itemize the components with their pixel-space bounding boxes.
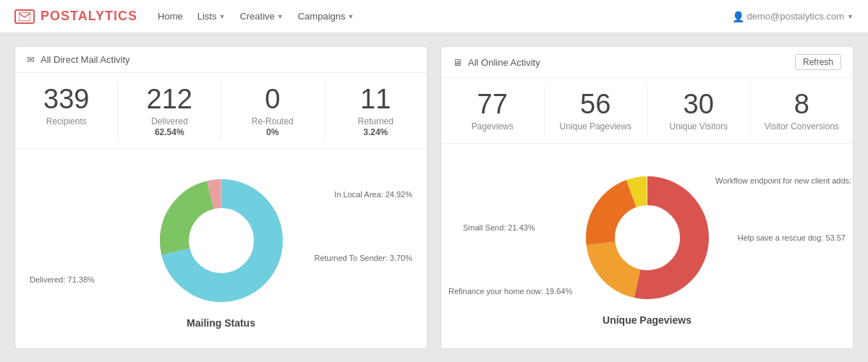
direct-mail-chart-area: Delivered: 71.38% In Local Area: 24.92% … <box>15 150 427 348</box>
stat-rerouted: 0 Re-Routed 0% <box>221 80 325 142</box>
unique-pageviews-donut <box>575 165 720 310</box>
nav-creative[interactable]: Creative ▼ <box>234 8 289 25</box>
mail-icon <box>19 12 30 21</box>
refresh-button[interactable]: Refresh <box>795 54 841 70</box>
direct-mail-panel: ✉ All Direct Mail Activity 339 Recipient… <box>14 46 427 349</box>
header-left: POSTALYTICS Home Lists ▼ Creative ▼ Camp… <box>14 8 359 25</box>
unique-pageviews-title: Unique Pageviews <box>603 314 692 326</box>
stat-visitor-conversions-number: 8 <box>757 90 848 120</box>
stat-pageviews-label: Pageviews <box>447 121 538 132</box>
user-email: demo@postalytics.com <box>747 11 845 22</box>
label-workflow: Workflow endpoint for new client adds: 5… <box>715 176 831 185</box>
online-activity-header: 🖥 All Online Activity Refresh <box>441 47 853 78</box>
stat-returned: 11 Returned 3.24% <box>325 80 427 142</box>
campaigns-arrow: ▼ <box>347 13 354 20</box>
monitor-icon: 🖥 <box>453 57 462 68</box>
stat-unique-pageviews-label: Unique Pageviews <box>550 121 642 132</box>
user-arrow: ▼ <box>847 13 854 20</box>
label-returned-sender: Returned To Sender: 3.70% <box>314 254 412 262</box>
logo-area: POSTALYTICS <box>14 9 137 24</box>
stat-rerouted-sub: 0% <box>227 127 318 137</box>
nav-campaigns[interactable]: Campaigns ▼ <box>292 8 360 25</box>
main-content: ✉ All Direct Mail Activity 339 Recipient… <box>0 33 868 362</box>
svg-point-11 <box>616 206 679 270</box>
label-help-rescue: Help save a rescue dog: 53.57 <box>738 233 846 242</box>
stat-rerouted-label: Re-Routed <box>227 116 318 126</box>
nav-lists[interactable]: Lists ▼ <box>192 8 231 25</box>
mailing-status-svg <box>149 168 294 313</box>
label-small-send: Small Send: 21.43% <box>463 223 535 232</box>
online-activity-header-left: 🖥 All Online Activity <box>453 57 540 68</box>
stat-recipients-number: 339 <box>21 85 112 115</box>
stat-unique-pageviews-number: 56 <box>550 90 642 120</box>
logo-accent: YTICS <box>95 9 137 23</box>
direct-mail-header-left: ✉ All Direct Mail Activity <box>27 54 130 65</box>
user-icon: 👤 <box>732 11 744 22</box>
user-menu[interactable]: 👤 demo@postalytics.com ▼ <box>732 11 854 22</box>
svg-point-5 <box>190 209 253 272</box>
label-refinance: Refinance your home now: 19.64% <box>448 287 572 296</box>
unique-pageviews-svg <box>575 165 720 310</box>
creative-arrow: ▼ <box>277 13 284 20</box>
mail-panel-icon: ✉ <box>27 54 35 65</box>
mailing-status-chart-wrapper: Delivered: 71.38% In Local Area: 24.92% … <box>22 168 420 313</box>
stat-pageviews: 77 Pageviews <box>441 85 545 136</box>
stat-delivered: 212 Delivered 62.54% <box>119 80 222 142</box>
label-local: In Local Area: 24.92% <box>334 190 412 199</box>
stat-delivered-label: Delivered <box>124 116 216 126</box>
stat-unique-pageviews: 56 Unique Pageviews <box>545 85 648 136</box>
nav-home[interactable]: Home <box>152 8 189 25</box>
online-activity-title: All Online Activity <box>468 57 540 68</box>
unique-pageviews-chart-wrapper: Help save a rescue dog: 53.57 Refinance … <box>448 165 846 310</box>
stat-delivered-sub: 62.54% <box>124 127 216 137</box>
stat-rerouted-number: 0 <box>227 85 318 115</box>
stat-pageviews-number: 77 <box>447 90 538 120</box>
stat-recipients: 339 Recipients <box>15 80 119 142</box>
mailing-status-donut <box>149 168 294 313</box>
direct-mail-header: ✉ All Direct Mail Activity <box>15 47 427 73</box>
stat-recipients-label: Recipients <box>21 116 112 126</box>
online-chart-area: Help save a rescue dog: 53.57 Refinance … <box>441 144 853 348</box>
stat-visitor-conversions: 8 Visitor Conversions <box>751 85 854 136</box>
stat-visitor-conversions-label: Visitor Conversions <box>757 121 848 132</box>
online-stats: 77 Pageviews 56 Unique Pageviews 30 Uniq… <box>441 78 853 144</box>
online-activity-panel: 🖥 All Online Activity Refresh 77 Pagevie… <box>441 46 854 349</box>
logo-text: POSTALYTICS <box>41 9 137 24</box>
stat-unique-visitors-number: 30 <box>653 90 744 120</box>
label-delivered: Delivered: 71.38% <box>30 275 95 284</box>
stat-delivered-number: 212 <box>124 85 216 115</box>
direct-mail-title: All Direct Mail Activity <box>41 54 130 65</box>
main-nav: Home Lists ▼ Creative ▼ Campaigns ▼ <box>152 8 359 25</box>
mailing-status-title: Mailing Status <box>187 317 255 329</box>
stat-unique-visitors-label: Unique Visitors <box>653 121 744 132</box>
stat-unique-visitors: 30 Unique Visitors <box>647 85 751 136</box>
header: POSTALYTICS Home Lists ▼ Creative ▼ Camp… <box>0 0 868 33</box>
stat-returned-label: Returned <box>331 116 422 126</box>
stat-returned-number: 11 <box>331 85 422 115</box>
lists-arrow: ▼ <box>218 13 225 20</box>
stat-returned-sub: 3.24% <box>331 127 422 137</box>
logo-main: POSTAL <box>41 9 95 23</box>
logo-icon <box>14 9 35 24</box>
direct-mail-stats: 339 Recipients 212 Delivered 62.54% 0 Re… <box>15 73 427 150</box>
svg-rect-0 <box>19 12 30 21</box>
